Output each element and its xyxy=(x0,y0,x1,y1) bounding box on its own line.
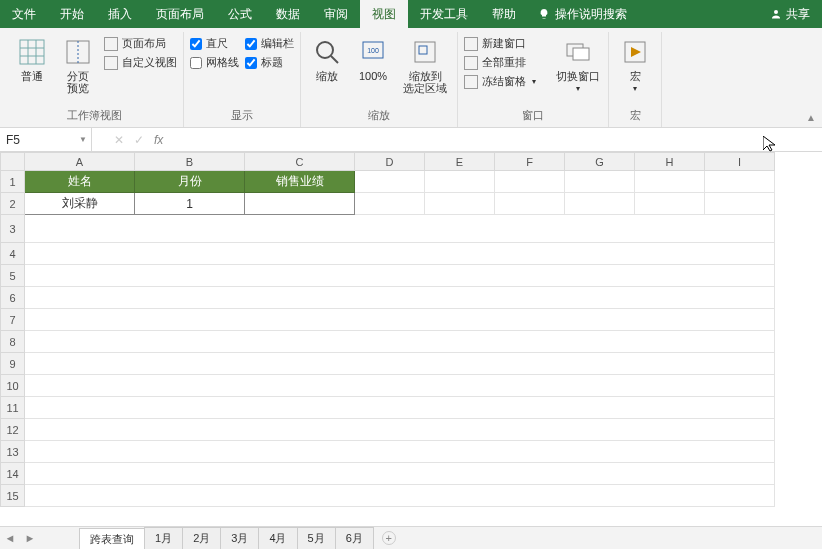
select-all-corner[interactable] xyxy=(1,153,25,171)
sheet-tab[interactable]: 3月 xyxy=(220,527,259,549)
tab-file[interactable]: 文件 xyxy=(0,0,48,28)
fx-icon[interactable]: fx xyxy=(154,133,163,147)
sheet-tab[interactable]: 5月 xyxy=(297,527,336,549)
macros-button[interactable]: 宏 ▾ xyxy=(615,36,655,93)
gridlines-checkbox[interactable]: 网格线 xyxy=(190,55,239,70)
row-header[interactable]: 8 xyxy=(1,331,25,353)
cell[interactable] xyxy=(25,265,775,287)
cell[interactable] xyxy=(565,193,635,215)
arrange-all-button[interactable]: 全部重排 xyxy=(464,55,536,70)
row-header[interactable]: 11 xyxy=(1,397,25,419)
row-header[interactable]: 6 xyxy=(1,287,25,309)
cell[interactable] xyxy=(495,171,565,193)
cell[interactable] xyxy=(25,353,775,375)
cell[interactable] xyxy=(425,193,495,215)
cell[interactable]: 销售业绩 xyxy=(245,171,355,193)
col-header[interactable]: H xyxy=(635,153,705,171)
cell[interactable] xyxy=(25,375,775,397)
share-button[interactable]: 共享 xyxy=(758,0,822,28)
col-header[interactable]: D xyxy=(355,153,425,171)
zoom-selection-button[interactable]: 缩放到 选定区域 xyxy=(399,36,451,94)
tab-home[interactable]: 开始 xyxy=(48,0,96,28)
row-header[interactable]: 12 xyxy=(1,419,25,441)
custom-views-button[interactable]: 自定义视图 xyxy=(104,55,177,70)
row-header[interactable]: 9 xyxy=(1,353,25,375)
tab-view[interactable]: 视图 xyxy=(360,0,408,28)
cell[interactable] xyxy=(25,215,775,243)
cell[interactable] xyxy=(635,193,705,215)
sheet-nav-prev[interactable]: ◄ xyxy=(0,532,20,544)
spreadsheet-grid[interactable]: A B C D E F G H I 1 姓名 月份 销售业绩 2 刘采静 1 3… xyxy=(0,152,822,526)
sheet-nav-next[interactable]: ► xyxy=(20,532,40,544)
cell[interactable] xyxy=(25,485,775,507)
tab-formula[interactable]: 公式 xyxy=(216,0,264,28)
formula-bar-checkbox[interactable]: 编辑栏 xyxy=(245,36,294,51)
row-header[interactable]: 1 xyxy=(1,171,25,193)
sheet-tab[interactable]: 2月 xyxy=(182,527,221,549)
sheet-tab[interactable]: 跨表查询 xyxy=(79,528,145,550)
sheet-tab[interactable]: 6月 xyxy=(335,527,374,549)
col-header[interactable]: F xyxy=(495,153,565,171)
cell[interactable] xyxy=(25,419,775,441)
enter-formula-icon[interactable]: ✓ xyxy=(134,133,144,147)
collapse-ribbon-button[interactable]: ▲ xyxy=(806,112,816,123)
cell[interactable] xyxy=(25,243,775,265)
row-header[interactable]: 13 xyxy=(1,441,25,463)
row-header[interactable]: 5 xyxy=(1,265,25,287)
switch-windows-button[interactable]: 切换窗口 ▾ xyxy=(554,36,602,93)
cell[interactable] xyxy=(705,193,775,215)
col-header[interactable]: E xyxy=(425,153,495,171)
cancel-formula-icon[interactable]: ✕ xyxy=(114,133,124,147)
cell[interactable] xyxy=(425,171,495,193)
tell-me-search[interactable]: 操作说明搜索 xyxy=(528,0,637,28)
add-sheet-button[interactable]: + xyxy=(382,531,396,545)
sheet-tab[interactable]: 4月 xyxy=(258,527,297,549)
new-window-button[interactable]: 新建窗口 xyxy=(464,36,536,51)
cell[interactable] xyxy=(355,193,425,215)
headings-checkbox[interactable]: 标题 xyxy=(245,55,294,70)
cell[interactable] xyxy=(355,171,425,193)
tab-developer[interactable]: 开发工具 xyxy=(408,0,480,28)
cell[interactable] xyxy=(25,441,775,463)
col-header[interactable]: A xyxy=(25,153,135,171)
freeze-panes-button[interactable]: 冻结窗格▾ xyxy=(464,74,536,89)
col-header[interactable]: G xyxy=(565,153,635,171)
row-header[interactable]: 14 xyxy=(1,463,25,485)
cell[interactable] xyxy=(245,193,355,215)
row-header[interactable]: 15 xyxy=(1,485,25,507)
tab-review[interactable]: 审阅 xyxy=(312,0,360,28)
cell[interactable] xyxy=(25,397,775,419)
name-box[interactable]: F5 ▼ xyxy=(0,128,92,151)
page-break-preview-button[interactable]: 分页 预览 xyxy=(58,36,98,94)
cell[interactable] xyxy=(25,463,775,485)
cell[interactable]: 刘采静 xyxy=(25,193,135,215)
cell[interactable] xyxy=(565,171,635,193)
cell[interactable]: 姓名 xyxy=(25,171,135,193)
row-header[interactable]: 3 xyxy=(1,215,25,243)
cell[interactable] xyxy=(25,309,775,331)
col-header[interactable]: I xyxy=(705,153,775,171)
row-header[interactable]: 4 xyxy=(1,243,25,265)
row-header[interactable]: 10 xyxy=(1,375,25,397)
cell[interactable] xyxy=(495,193,565,215)
cell[interactable]: 1 xyxy=(135,193,245,215)
page-layout-button[interactable]: 页面布局 xyxy=(104,36,177,51)
cell[interactable] xyxy=(635,171,705,193)
cell[interactable] xyxy=(25,331,775,353)
zoom-100-button[interactable]: 100 100% xyxy=(353,36,393,82)
zoom-button[interactable]: 缩放 xyxy=(307,36,347,82)
normal-view-button[interactable]: 普通 xyxy=(12,36,52,82)
tab-insert[interactable]: 插入 xyxy=(96,0,144,28)
sheet-tab[interactable]: 1月 xyxy=(144,527,183,549)
row-header[interactable]: 2 xyxy=(1,193,25,215)
tab-data[interactable]: 数据 xyxy=(264,0,312,28)
cell[interactable] xyxy=(25,287,775,309)
cell[interactable] xyxy=(705,171,775,193)
row-header[interactable]: 7 xyxy=(1,309,25,331)
ruler-checkbox[interactable]: 直尺 xyxy=(190,36,239,51)
tab-page-layout[interactable]: 页面布局 xyxy=(144,0,216,28)
col-header[interactable]: C xyxy=(245,153,355,171)
tab-help[interactable]: 帮助 xyxy=(480,0,528,28)
col-header[interactable]: B xyxy=(135,153,245,171)
cell[interactable]: 月份 xyxy=(135,171,245,193)
